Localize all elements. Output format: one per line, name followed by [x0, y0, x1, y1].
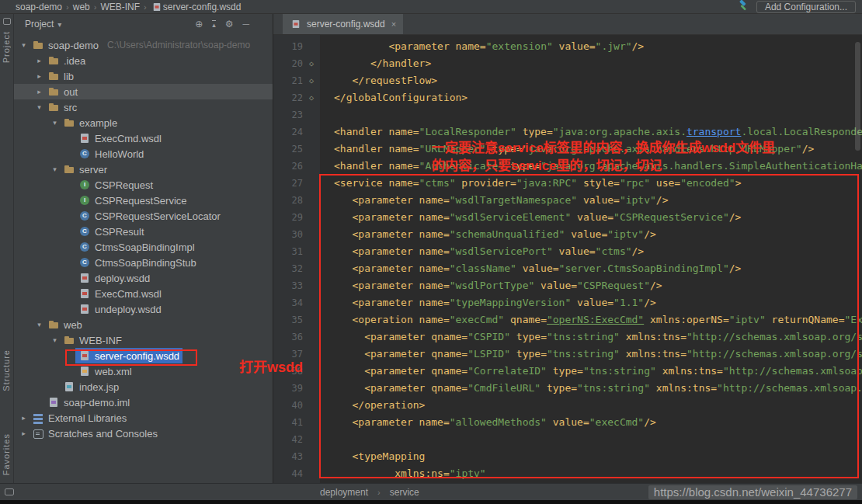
code-line[interactable]: 42	[273, 431, 862, 448]
line-number[interactable]: 32	[273, 260, 303, 277]
tree-item-execcmd-wsdl[interactable]: ExecCmd.wsdl	[14, 130, 273, 146]
code-line[interactable]: 43 <typeMapping	[273, 448, 862, 465]
line-number[interactable]: 33	[273, 277, 303, 294]
nav-crumb-server-config-wsdd[interactable]: server-config.wsdd	[163, 2, 242, 12]
code-line[interactable]: 29 <parameter name="wsdlServiceElement" …	[273, 209, 862, 226]
chevron-down-icon[interactable]: ▾	[50, 119, 60, 127]
line-number[interactable]: 20	[273, 55, 303, 72]
tree-item-server-config-wsdd[interactable]: server-config.wsdd	[14, 348, 273, 363]
code-area[interactable]: 19 <parameter name="extension" value=".j…	[273, 35, 862, 483]
stripe-button-favorites[interactable]: Favorites	[2, 433, 11, 475]
add-configuration-button[interactable]: Add Configuration...	[756, 1, 856, 13]
code-line[interactable]: 20◇ </handler>	[273, 55, 862, 72]
locate-file-icon[interactable]: ⊕	[195, 19, 203, 30]
chevron-down-icon[interactable]: ▾	[50, 165, 60, 173]
stripe-button-project[interactable]: Project	[2, 31, 11, 63]
tree-item-lib[interactable]: ▸lib	[14, 68, 273, 84]
tree-item-src[interactable]: ▾src	[14, 99, 273, 115]
line-number[interactable]: 23	[273, 106, 303, 123]
nav-crumb-soap-demo[interactable]: soap-demo	[16, 2, 62, 12]
tree-item-web-inf[interactable]: ▾WEB-INF	[14, 332, 273, 348]
tree-item-csprequestservicelocator[interactable]: CSPRequestServiceLocator	[14, 208, 273, 224]
chevron-down-icon[interactable]: ▾	[19, 41, 29, 49]
code-line[interactable]: 22◇</globalConfiguration>	[273, 89, 862, 106]
code-line[interactable]: 44 xmlns:ns="iptv"	[273, 465, 862, 482]
chevron-right-icon[interactable]: ▸	[19, 414, 29, 422]
line-number[interactable]: 36	[273, 328, 303, 346]
line-number[interactable]: 30	[273, 226, 303, 243]
line-number[interactable]: 22	[273, 89, 303, 106]
line-number[interactable]: 27	[273, 175, 303, 192]
nav-crumb-web-inf[interactable]: WEB-INF	[100, 2, 140, 12]
code-line[interactable]: 41 <parameter name="allowedMethods" valu…	[273, 414, 862, 431]
close-tab-icon[interactable]: ×	[391, 19, 396, 29]
tree-item-helloworld[interactable]: HelloWorld	[14, 146, 273, 162]
line-number[interactable]: 41	[273, 414, 303, 431]
nav-crumb-web[interactable]: web	[73, 2, 90, 12]
chevron-right-icon[interactable]: ▸	[34, 88, 44, 96]
tree-item-cspresult[interactable]: CSPResult	[14, 224, 273, 239]
code-line[interactable]: 33 <parameter name="wsdlPortType" value=…	[273, 277, 862, 294]
tree-item-csprequestservice[interactable]: CSPRequestService	[14, 193, 273, 208]
tree-item-ctmssoapbindingstub[interactable]: CtmsSoapBindingStub	[14, 255, 273, 270]
line-number[interactable]: 40	[273, 397, 303, 414]
line-number[interactable]: 38	[273, 363, 303, 380]
code-line[interactable]: 25<handler name="URLMapper" type="java:o…	[273, 141, 862, 158]
line-number[interactable]: 26	[273, 158, 303, 175]
code-line[interactable]: 38 <parameter qname="CorrelateID" type="…	[273, 363, 862, 380]
settings-gear-icon[interactable]: ⚙	[225, 19, 234, 30]
chevron-down-icon[interactable]: ▾	[50, 336, 60, 344]
code-line[interactable]: 34 <parameter name="typeMappingVersion" …	[273, 294, 862, 311]
code-line[interactable]: 23	[273, 106, 862, 123]
code-line[interactable]: 27<service name="ctms" provider="java:RP…	[273, 175, 862, 192]
editor-scrollbar[interactable]	[855, 42, 860, 151]
tree-item-undeploy-wsdd[interactable]: undeploy.wsdd	[14, 301, 273, 317]
code-line[interactable]: 31 <parameter name="wsdlServicePort" val…	[273, 243, 862, 260]
tree-item-csprequest[interactable]: CSPRequest	[14, 177, 273, 193]
code-line[interactable]: 26<handler name="Authenticate" type="jav…	[273, 158, 862, 175]
collapse-all-icon[interactable]: ▴	[212, 20, 216, 29]
tree-item-index-jsp[interactable]: index.jsp	[14, 379, 273, 395]
chevron-right-icon[interactable]: ▸	[34, 72, 44, 80]
line-number[interactable]: 28	[273, 192, 303, 209]
tree-item-web[interactable]: ▾web	[14, 317, 273, 332]
code-line[interactable]: 35 <operation name="execCmd" qname="oper…	[273, 311, 862, 328]
code-line[interactable]: 36 <parameter qname="CSPID" type="tns:st…	[273, 328, 862, 346]
line-number[interactable]: 29	[273, 209, 303, 226]
line-number[interactable]: 43	[273, 448, 303, 465]
code-line[interactable]: 28 <parameter name="wsdlTargetNamespace"…	[273, 192, 862, 209]
code-line[interactable]: 24<handler name="LocalResponder" type="j…	[273, 123, 862, 141]
line-number[interactable]: 19	[273, 38, 303, 55]
line-number[interactable]: 35	[273, 311, 303, 328]
line-number[interactable]: 31	[273, 243, 303, 260]
toggle-toolwindows-icon[interactable]	[5, 488, 14, 495]
code-line[interactable]: 39 <parameter qname="CmdFileURL" type="t…	[273, 380, 862, 397]
status-crumb-deployment[interactable]: deployment	[320, 487, 368, 498]
tree-item-external-libraries[interactable]: ▸External Libraries	[14, 410, 273, 426]
tree-item-soap-demo-iml[interactable]: soap-demo.iml	[14, 395, 273, 410]
code-line[interactable]: 30 <parameter name="schemaUnqualified" v…	[273, 226, 862, 243]
line-number[interactable]: 37	[273, 346, 303, 363]
editor-tab-server-config[interactable]: server-config.wsdd ×	[283, 14, 403, 34]
tree-item-deploy-wsdd[interactable]: deploy.wsdd	[14, 270, 273, 286]
tree-item-web-xml[interactable]: web.xml	[14, 363, 273, 379]
code-line[interactable]: 21◇ </requestFlow>	[273, 72, 862, 89]
code-line[interactable]: 32 <parameter name="className" value="se…	[273, 260, 862, 277]
chevron-down-icon[interactable]: ▾	[34, 103, 44, 111]
chevron-down-icon[interactable]: ▾	[57, 20, 61, 29]
line-number[interactable]: 21	[273, 72, 303, 89]
chevron-down-icon[interactable]: ▾	[34, 321, 44, 328]
tree-item-server[interactable]: ▾server	[14, 162, 273, 177]
tree-item-soap-demo[interactable]: ▾soap-demoC:\Users\Administrator\soap-de…	[14, 37, 273, 53]
chevron-right-icon[interactable]: ▸	[34, 57, 44, 64]
tree-item-idea[interactable]: ▸.idea	[14, 53, 273, 68]
tree-item-example[interactable]: ▾example	[14, 115, 273, 130]
stripe-button-structure[interactable]: Structure	[2, 349, 11, 391]
project-panel-title[interactable]: Project	[25, 19, 54, 30]
code-line[interactable]: 19 <parameter name="extension" value=".j…	[273, 38, 862, 55]
chevron-right-icon[interactable]: ▸	[19, 429, 29, 437]
hide-panel-icon[interactable]: ─	[242, 19, 249, 30]
status-crumb-service[interactable]: service	[390, 487, 419, 498]
line-number[interactable]: 44	[273, 465, 303, 482]
tree-item-ctmssoapbindingimpl[interactable]: CtmsSoapBindingImpl	[14, 239, 273, 255]
